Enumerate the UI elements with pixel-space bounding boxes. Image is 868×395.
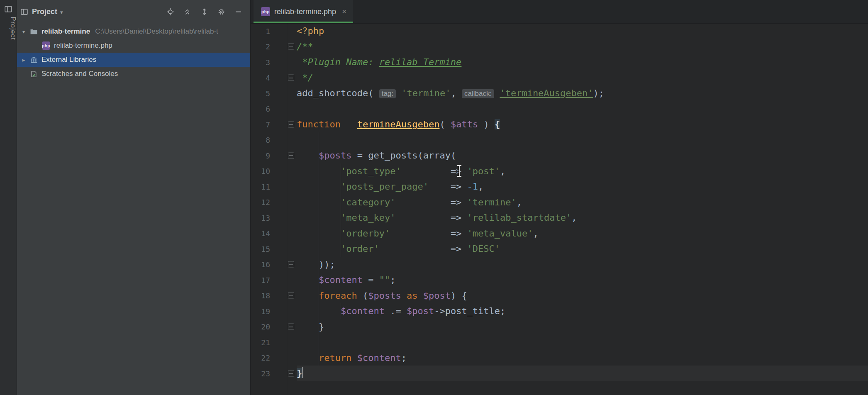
chevron-right-icon[interactable]: ▸: [19, 57, 29, 63]
fold-toggle-icon[interactable]: [288, 44, 294, 50]
code-token: [297, 150, 319, 161]
line-number[interactable]: 20: [261, 322, 270, 331]
parameter-hint: callback:: [462, 89, 494, 98]
line-number[interactable]: 12: [261, 198, 270, 207]
code-line[interactable]: 'post_type' => 'post',: [297, 163, 868, 179]
code-line[interactable]: *Plugin Name: relilab Termine: [297, 54, 868, 70]
line-number[interactable]: 6: [266, 105, 270, 113]
expand-collapse-button[interactable]: [199, 6, 210, 17]
tab-relilab-termine-php[interactable]: php relilab-termine.php ×: [254, 0, 353, 23]
line-number[interactable]: 21: [261, 338, 270, 346]
tool-window-stripe: Project: [0, 0, 17, 395]
project-view-icon: [20, 8, 28, 16]
fold-toggle-icon[interactable]: [288, 121, 294, 127]
code-line[interactable]: ));: [297, 257, 868, 273]
line-number[interactable]: 19: [261, 307, 270, 315]
line-number[interactable]: 5: [266, 89, 270, 98]
code-token: add_shortcode(: [297, 88, 379, 98]
code-token: ));: [297, 259, 335, 270]
line-number[interactable]: 15: [261, 244, 270, 253]
line-number[interactable]: 9: [266, 151, 270, 160]
line-number[interactable]: 17: [261, 276, 270, 284]
gutter-row: 18: [251, 288, 295, 304]
code-token: 'posts_per_page': [341, 181, 429, 192]
fold-toggle-icon[interactable]: [288, 75, 294, 81]
code-line[interactable]: 'posts_per_page' => -1,: [297, 179, 868, 195]
gutter-row: 23: [251, 366, 295, 381]
code-line[interactable]: $posts = get_posts(array(: [297, 148, 868, 163]
line-number[interactable]: 18: [261, 291, 270, 300]
code-token: termineAusgeben: [357, 119, 440, 129]
chevron-down-icon[interactable]: ▾: [19, 29, 29, 35]
code-token: ,: [533, 228, 539, 239]
code-line[interactable]: add_shortcode( tag: 'termine', callback:…: [297, 85, 868, 101]
project-stripe-icon[interactable]: [4, 5, 12, 13]
code-line[interactable]: 'orderby' => 'meta_value',: [297, 226, 868, 241]
line-number[interactable]: 3: [266, 58, 270, 66]
code-line[interactable]: return $content;: [297, 350, 868, 366]
code-token: $posts: [319, 150, 351, 161]
line-number[interactable]: 7: [266, 120, 270, 129]
code-token: $content: [319, 275, 363, 285]
code-line[interactable]: <?php: [297, 23, 868, 39]
line-number[interactable]: 1: [266, 27, 270, 35]
code-line[interactable]: 'category' => 'termine',: [297, 195, 868, 210]
line-number[interactable]: 13: [261, 213, 270, 222]
line-number[interactable]: 23: [261, 369, 270, 378]
fold-toggle-icon[interactable]: [288, 261, 294, 268]
line-number[interactable]: 11: [261, 182, 270, 191]
tree-item-scratches-and-consoles[interactable]: Scratches and Consoles: [17, 67, 250, 81]
fold-toggle-icon[interactable]: [288, 370, 294, 376]
hide-button[interactable]: [233, 6, 244, 17]
code-line[interactable]: /**: [297, 39, 868, 55]
fold-toggle-icon[interactable]: [288, 293, 294, 299]
code-token: 'order': [341, 244, 379, 254]
code-line[interactable]: foreach ($posts as $post) {: [297, 288, 868, 304]
code-token: return: [319, 353, 351, 363]
line-number[interactable]: 22: [261, 354, 270, 362]
line-number[interactable]: 10: [261, 167, 270, 176]
code-token: 'termine': [467, 197, 517, 207]
code-token: ,: [478, 181, 483, 192]
code-line[interactable]: 'order' => 'DESC': [297, 241, 868, 257]
tree-item-external-libraries[interactable]: ▸External Libraries: [17, 53, 250, 67]
fold-toggle-icon[interactable]: [288, 152, 294, 158]
code-token: =: [363, 275, 379, 285]
project-view-dropdown[interactable]: Project ▾: [32, 7, 63, 16]
code-line[interactable]: 'meta_key' => 'relilab_startdate',: [297, 210, 868, 226]
code-token: <?php: [297, 26, 324, 36]
code-line[interactable]: $content = "";: [297, 272, 868, 288]
collapse-all-button[interactable]: [182, 6, 193, 17]
fold-toggle-icon[interactable]: [288, 324, 294, 330]
code-text-area[interactable]: <?php/** *Plugin Name: relilab Termine *…: [295, 23, 868, 395]
line-number[interactable]: 16: [261, 260, 270, 269]
tree-item-relilab-termine-php[interactable]: phprelilab-termine.php: [17, 39, 250, 53]
line-number[interactable]: 14: [261, 229, 270, 238]
code-token: (: [439, 119, 451, 129]
code-token: /**: [297, 41, 313, 52]
code-token: relilab Termine: [379, 57, 462, 67]
code-line[interactable]: $content .= $post->post_title;: [297, 303, 868, 319]
code-line[interactable]: function termineAusgeben( $atts ) {: [297, 117, 868, 132]
code-token: = get_posts(array(: [351, 150, 456, 161]
code-token: ,: [571, 212, 577, 223]
code-token: );: [593, 88, 605, 98]
code-line[interactable]: [297, 132, 868, 148]
code-line[interactable]: }: [297, 319, 868, 335]
code-line[interactable]: [297, 101, 868, 117]
tab-close-icon[interactable]: ×: [342, 7, 346, 16]
code-line[interactable]: */: [297, 70, 868, 86]
tree-item-relilab-termine-folder[interactable]: ▾relilab-termineC:\Users\Daniel\Desktop\…: [17, 24, 250, 39]
library-icon: [29, 56, 39, 64]
locate-button[interactable]: [165, 6, 176, 17]
line-number[interactable]: 8: [266, 136, 270, 144]
code-line[interactable]: }: [297, 366, 868, 381]
code-token: 'post': [467, 166, 500, 176]
code-line[interactable]: [297, 334, 868, 350]
line-number[interactable]: 2: [266, 42, 270, 51]
line-number[interactable]: 4: [266, 73, 270, 82]
project-stripe-label[interactable]: Project: [0, 17, 17, 40]
code-editor[interactable]: 1234567891011121314151617181920212223 <?…: [251, 23, 868, 395]
tree-item-label: Scratches and Consoles: [41, 70, 118, 78]
settings-button[interactable]: [216, 6, 227, 17]
